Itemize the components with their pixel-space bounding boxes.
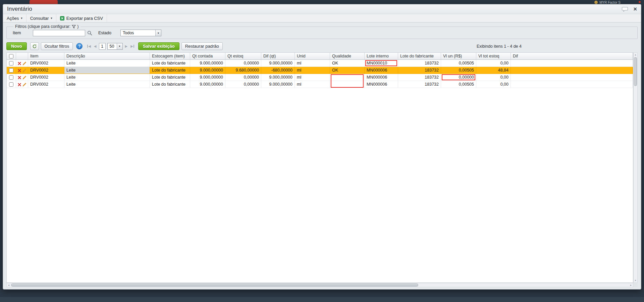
- cell-descricao[interactable]: Leite: [64, 81, 150, 88]
- vertical-scrollbar-thumb[interactable]: [634, 57, 637, 86]
- cell-lote_interno[interactable]: MN000010: [365, 60, 398, 67]
- cell-dif_qt[interactable]: 9.000,00000: [261, 60, 295, 67]
- cell-item[interactable]: DRV0002: [28, 81, 64, 88]
- cell-vl_tot_estoq[interactable]: 0,00: [476, 74, 511, 81]
- cell-vl_tot_estoq[interactable]: 0,00: [476, 60, 511, 67]
- cell-vl_un[interactable]: 0,00505: [441, 60, 476, 67]
- scroll-left-icon[interactable]: ◄: [7, 283, 11, 287]
- restaurar-padrao-button[interactable]: Restaurar padrão: [181, 42, 223, 50]
- menu-exportar-csv[interactable]: Exportar para CSV: [56, 14, 107, 22]
- refresh-button[interactable]: [30, 42, 39, 50]
- cell-vl_un[interactable]: 0,00505: [441, 81, 476, 88]
- page-size-select[interactable]: 50 ▼: [107, 43, 123, 50]
- column-header-unid[interactable]: Unid: [295, 53, 330, 60]
- cell-qualidade[interactable]: [330, 74, 365, 81]
- cell-item[interactable]: DRV0002: [28, 67, 64, 74]
- cell-lote_interno[interactable]: MN000006: [365, 81, 398, 88]
- filters-legend[interactable]: Filtros (clique para configurar: ): [13, 24, 80, 29]
- page-number-input[interactable]: 1: [99, 43, 106, 50]
- cell-vl_tot_estoq[interactable]: 0,00: [476, 81, 511, 88]
- cell-estocagem[interactable]: Lote do fabricante: [150, 60, 190, 67]
- cell-estocagem[interactable]: Lote do fabricante: [150, 74, 190, 81]
- cell-qt_contada[interactable]: 9.000,00000: [190, 67, 225, 74]
- cell-unid[interactable]: ml: [295, 67, 330, 74]
- delete-row-icon[interactable]: [18, 69, 21, 72]
- cell-vl_tot_estoq[interactable]: 48,84: [476, 67, 511, 74]
- column-header-qualidade[interactable]: Qualidade: [330, 53, 365, 60]
- search-icon[interactable]: [87, 31, 92, 36]
- chat-icon[interactable]: [622, 7, 628, 12]
- cell-unid[interactable]: ml: [295, 60, 330, 67]
- cell-lote_fabricante[interactable]: 183732: [398, 60, 441, 67]
- cell-dif[interactable]: [511, 67, 633, 74]
- cell-descricao[interactable]: Leite: [64, 67, 150, 74]
- close-icon[interactable]: ×: [633, 6, 637, 12]
- column-header-item[interactable]: Item: [28, 53, 64, 60]
- cell-item[interactable]: DRV0002: [28, 74, 64, 81]
- cell-vl_un[interactable]: 0,00505: [441, 67, 476, 74]
- cell-item[interactable]: DRV0002: [28, 60, 64, 67]
- delete-row-icon[interactable]: [18, 62, 21, 65]
- menu-consultar[interactable]: Consultar ▾: [26, 14, 56, 22]
- cell-descricao[interactable]: Leite: [64, 74, 150, 81]
- cell-lote_fabricante[interactable]: 183732: [398, 74, 441, 81]
- cell-qt_estoq[interactable]: 9.680,00000: [225, 67, 261, 74]
- delete-row-icon[interactable]: [18, 76, 21, 79]
- cell-estocagem[interactable]: Lote do fabricante: [150, 81, 190, 88]
- scroll-down-icon[interactable]: ▼: [634, 278, 637, 283]
- column-header-lote_fabricante[interactable]: Lote do fabricante: [398, 53, 441, 60]
- cell-lote_interno[interactable]: MN000006: [365, 74, 398, 81]
- edit-row-icon[interactable]: [22, 76, 26, 80]
- row-checkbox[interactable]: [9, 61, 13, 66]
- cell-qualidade[interactable]: OK: [330, 60, 365, 67]
- vertical-scrollbar[interactable]: ▲ ▼: [633, 52, 638, 283]
- cell-qt_estoq[interactable]: 0,00000: [225, 81, 261, 88]
- column-header-qt_estoq[interactable]: Qt estoq: [225, 53, 261, 60]
- select-all-checkbox[interactable]: [9, 54, 13, 58]
- table-row[interactable]: DRV0002LeiteLote do fabricante9.000,0000…: [7, 67, 633, 74]
- scroll-right-icon[interactable]: ►: [629, 283, 633, 287]
- cell-descricao[interactable]: Leite: [64, 60, 150, 67]
- cell-qt_estoq[interactable]: 0,00000: [225, 74, 261, 81]
- table-row[interactable]: DRV0002LeiteLote do fabricante9.000,0000…: [7, 74, 633, 81]
- cell-dif_qt[interactable]: 9.000,00000: [261, 74, 295, 81]
- column-header-dif[interactable]: Dif: [511, 53, 633, 60]
- column-header-qt_contada[interactable]: Qt contada: [190, 53, 225, 60]
- cell-qt_estoq[interactable]: 0,00000: [225, 60, 261, 67]
- column-header-descricao[interactable]: Descrição: [64, 53, 150, 60]
- cell-unid[interactable]: ml: [295, 81, 330, 88]
- cell-qualidade[interactable]: OK: [330, 67, 365, 74]
- salvar-exibicao-button[interactable]: Salvar exibição: [138, 42, 179, 50]
- table-row[interactable]: DRV0002LeiteLote do fabricante9.000,0000…: [7, 81, 633, 88]
- scroll-up-icon[interactable]: ▲: [634, 53, 637, 57]
- ocultar-filtros-button[interactable]: Ocultar filtros: [41, 42, 73, 50]
- item-filter-input[interactable]: [33, 30, 85, 36]
- menu-acoes[interactable]: Ações ▾: [3, 14, 26, 22]
- help-icon[interactable]: ?: [76, 43, 83, 49]
- table-row[interactable]: DRV0002LeiteLote do fabricante9.000,0000…: [7, 60, 633, 67]
- row-checkbox[interactable]: [9, 82, 13, 87]
- pager-first-button[interactable]: ◀: [87, 44, 92, 48]
- pager-next-button[interactable]: ▶: [124, 44, 128, 48]
- cell-lote_fabricante[interactable]: 183732: [398, 67, 441, 74]
- column-header-vl_un[interactable]: Vl un (R$): [441, 53, 476, 60]
- horizontal-scrollbar[interactable]: ◄ ►: [6, 283, 633, 287]
- edit-row-icon[interactable]: [22, 83, 26, 87]
- pager-prev-button[interactable]: ◀: [93, 44, 97, 48]
- cell-qt_contada[interactable]: 9.000,00000: [190, 74, 225, 81]
- estado-select[interactable]: Todos ▼: [120, 30, 161, 36]
- cell-vl_un[interactable]: 0,00000: [441, 74, 476, 81]
- cell-dif[interactable]: [511, 74, 633, 81]
- edit-row-icon[interactable]: [22, 61, 26, 66]
- pager-last-button[interactable]: ▶: [130, 44, 135, 48]
- cell-dif_qt[interactable]: -680,00000: [261, 67, 295, 74]
- column-header-estocagem[interactable]: Estocagem (item): [150, 53, 190, 60]
- cell-qt_contada[interactable]: 9.000,00000: [190, 60, 225, 67]
- cell-dif[interactable]: [511, 60, 633, 67]
- cell-lote_fabricante[interactable]: 183732: [398, 81, 441, 88]
- cell-unid[interactable]: ml: [295, 74, 330, 81]
- cell-qt_contada[interactable]: 9.000,00000: [190, 81, 225, 88]
- cell-estocagem[interactable]: Lote do fabricante: [150, 67, 190, 74]
- row-checkbox[interactable]: [9, 75, 13, 80]
- edit-row-icon[interactable]: [22, 69, 26, 73]
